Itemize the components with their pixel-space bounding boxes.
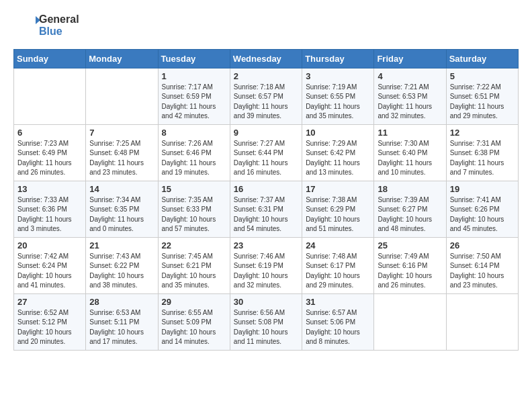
col-header-friday: Friday [374, 49, 446, 68]
day-number: 11 [378, 128, 442, 138]
day-info: Sunrise: 7:41 AM Sunset: 6:26 PM Dayligh… [450, 195, 515, 234]
calendar-cell: 23Sunrise: 7:46 AM Sunset: 6:19 PM Dayli… [230, 237, 302, 293]
calendar-cell: 27Sunrise: 6:52 AM Sunset: 5:12 PM Dayli… [14, 293, 86, 350]
col-header-monday: Monday [86, 49, 158, 68]
col-header-wednesday: Wednesday [230, 49, 302, 68]
day-number: 19 [450, 184, 515, 194]
col-header-tuesday: Tuesday [158, 49, 230, 68]
calendar-cell: 28Sunrise: 6:53 AM Sunset: 5:11 PM Dayli… [86, 293, 158, 350]
week-row-2: 6Sunrise: 7:23 AM Sunset: 6:49 PM Daylig… [14, 124, 519, 181]
week-row-5: 27Sunrise: 6:52 AM Sunset: 5:12 PM Dayli… [14, 293, 519, 350]
day-info: Sunrise: 6:55 AM Sunset: 5:09 PM Dayligh… [162, 308, 226, 347]
day-info: Sunrise: 7:35 AM Sunset: 6:33 PM Dayligh… [162, 195, 226, 234]
col-header-sunday: Sunday [14, 49, 86, 68]
calendar-cell: 20Sunrise: 7:42 AM Sunset: 6:24 PM Dayli… [14, 237, 86, 293]
day-number: 14 [89, 184, 154, 194]
day-info: Sunrise: 7:25 AM Sunset: 6:48 PM Dayligh… [89, 139, 154, 178]
day-info: Sunrise: 7:27 AM Sunset: 6:44 PM Dayligh… [234, 139, 298, 178]
calendar-cell: 16Sunrise: 7:37 AM Sunset: 6:31 PM Dayli… [230, 181, 302, 237]
calendar-cell: 21Sunrise: 7:43 AM Sunset: 6:22 PM Dayli… [86, 237, 158, 293]
day-number: 6 [17, 128, 82, 138]
day-info: Sunrise: 7:48 AM Sunset: 6:17 PM Dayligh… [306, 252, 370, 291]
day-number: 25 [378, 240, 442, 250]
day-number: 10 [306, 128, 370, 138]
day-info: Sunrise: 7:46 AM Sunset: 6:19 PM Dayligh… [234, 252, 298, 291]
week-row-1: 1Sunrise: 7:17 AM Sunset: 6:59 PM Daylig… [14, 68, 519, 124]
calendar-cell: 3Sunrise: 7:19 AM Sunset: 6:55 PM Daylig… [302, 68, 374, 124]
day-number: 4 [378, 71, 442, 81]
calendar-cell: 24Sunrise: 7:48 AM Sunset: 6:17 PM Dayli… [302, 237, 374, 293]
day-number: 1 [162, 71, 226, 81]
day-number: 2 [234, 71, 298, 81]
day-info: Sunrise: 7:43 AM Sunset: 6:22 PM Dayligh… [89, 252, 154, 291]
calendar-cell: 22Sunrise: 7:45 AM Sunset: 6:21 PM Dayli… [158, 237, 230, 293]
logo-blue: Blue [39, 26, 79, 38]
day-number: 13 [17, 184, 82, 194]
day-info: Sunrise: 7:21 AM Sunset: 6:53 PM Dayligh… [378, 83, 442, 122]
day-info: Sunrise: 6:52 AM Sunset: 5:12 PM Dayligh… [17, 308, 82, 347]
week-row-3: 13Sunrise: 7:33 AM Sunset: 6:36 PM Dayli… [14, 181, 519, 237]
calendar-cell: 13Sunrise: 7:33 AM Sunset: 6:36 PM Dayli… [14, 181, 86, 237]
day-number: 8 [162, 128, 226, 138]
calendar-cell: 15Sunrise: 7:35 AM Sunset: 6:33 PM Dayli… [158, 181, 230, 237]
day-number: 7 [89, 128, 154, 138]
day-info: Sunrise: 6:53 AM Sunset: 5:11 PM Dayligh… [89, 308, 154, 347]
calendar-cell: 1Sunrise: 7:17 AM Sunset: 6:59 PM Daylig… [158, 68, 230, 124]
logo-general: General [39, 13, 79, 26]
calendar-cell: 18Sunrise: 7:39 AM Sunset: 6:27 PM Dayli… [374, 181, 446, 237]
day-info: Sunrise: 7:45 AM Sunset: 6:21 PM Dayligh… [162, 252, 226, 291]
day-number: 22 [162, 240, 226, 250]
calendar-cell: 26Sunrise: 7:50 AM Sunset: 6:14 PM Dayli… [446, 237, 518, 293]
day-number: 9 [234, 128, 298, 138]
calendar-cell [446, 293, 518, 350]
day-info: Sunrise: 6:56 AM Sunset: 5:08 PM Dayligh… [234, 308, 298, 347]
day-info: Sunrise: 7:19 AM Sunset: 6:55 PM Dayligh… [306, 83, 370, 122]
day-info: Sunrise: 7:50 AM Sunset: 6:14 PM Dayligh… [450, 252, 515, 291]
col-header-saturday: Saturday [446, 49, 518, 68]
day-number: 16 [234, 184, 298, 194]
day-number: 27 [17, 297, 82, 307]
calendar-cell: 30Sunrise: 6:56 AM Sunset: 5:08 PM Dayli… [230, 293, 302, 350]
calendar-cell: 6Sunrise: 7:23 AM Sunset: 6:49 PM Daylig… [14, 124, 86, 181]
calendar-cell: 25Sunrise: 7:49 AM Sunset: 6:16 PM Dayli… [374, 237, 446, 293]
day-number: 15 [162, 184, 226, 194]
calendar-cell: 14Sunrise: 7:34 AM Sunset: 6:35 PM Dayli… [86, 181, 158, 237]
day-info: Sunrise: 7:22 AM Sunset: 6:51 PM Dayligh… [450, 83, 515, 122]
header-row: SundayMondayTuesdayWednesdayThursdayFrid… [14, 49, 519, 68]
calendar-cell: 12Sunrise: 7:31 AM Sunset: 6:38 PM Dayli… [446, 124, 518, 181]
day-info: Sunrise: 7:30 AM Sunset: 6:40 PM Dayligh… [378, 139, 442, 178]
day-number: 18 [378, 184, 442, 194]
calendar-cell: 4Sunrise: 7:21 AM Sunset: 6:53 PM Daylig… [374, 68, 446, 124]
calendar-cell: 17Sunrise: 7:38 AM Sunset: 6:29 PM Dayli… [302, 181, 374, 237]
day-number: 26 [450, 240, 515, 250]
calendar-cell: 29Sunrise: 6:55 AM Sunset: 5:09 PM Dayli… [158, 293, 230, 350]
calendar-cell [86, 68, 158, 124]
calendar-cell: 9Sunrise: 7:27 AM Sunset: 6:44 PM Daylig… [230, 124, 302, 181]
day-number: 5 [450, 71, 515, 81]
day-number: 17 [306, 184, 370, 194]
calendar-table: SundayMondayTuesdayWednesdayThursdayFrid… [13, 49, 519, 351]
calendar-cell: 5Sunrise: 7:22 AM Sunset: 6:51 PM Daylig… [446, 68, 518, 124]
calendar-cell: 31Sunrise: 6:57 AM Sunset: 5:06 PM Dayli… [302, 293, 374, 350]
day-info: Sunrise: 7:23 AM Sunset: 6:49 PM Dayligh… [17, 139, 82, 178]
day-info: Sunrise: 7:39 AM Sunset: 6:27 PM Dayligh… [378, 195, 442, 234]
day-number: 23 [234, 240, 298, 250]
calendar-cell: 11Sunrise: 7:30 AM Sunset: 6:40 PM Dayli… [374, 124, 446, 181]
day-info: Sunrise: 7:17 AM Sunset: 6:59 PM Dayligh… [162, 83, 226, 122]
calendar-cell: 10Sunrise: 7:29 AM Sunset: 6:42 PM Dayli… [302, 124, 374, 181]
day-info: Sunrise: 6:57 AM Sunset: 5:06 PM Dayligh… [306, 308, 370, 347]
page-header: General Blue [13, 13, 519, 38]
day-number: 24 [306, 240, 370, 250]
day-number: 28 [89, 297, 154, 307]
day-info: Sunrise: 7:31 AM Sunset: 6:38 PM Dayligh… [450, 139, 515, 178]
day-number: 12 [450, 128, 515, 138]
calendar-cell: 19Sunrise: 7:41 AM Sunset: 6:26 PM Dayli… [446, 181, 518, 237]
calendar-cell: 2Sunrise: 7:18 AM Sunset: 6:57 PM Daylig… [230, 68, 302, 124]
day-number: 29 [162, 297, 226, 307]
calendar-cell: 8Sunrise: 7:26 AM Sunset: 6:46 PM Daylig… [158, 124, 230, 181]
day-info: Sunrise: 7:38 AM Sunset: 6:29 PM Dayligh… [306, 195, 370, 234]
col-header-thursday: Thursday [302, 49, 374, 68]
calendar-cell: 7Sunrise: 7:25 AM Sunset: 6:48 PM Daylig… [86, 124, 158, 181]
day-number: 21 [89, 240, 154, 250]
day-number: 30 [234, 297, 298, 307]
